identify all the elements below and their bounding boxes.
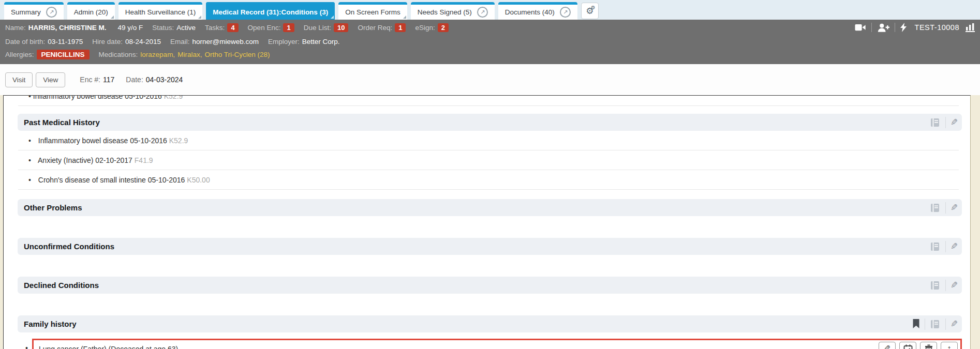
name-label: Name:: [5, 24, 26, 32]
allergy-penicillins-badge[interactable]: PENICILLINS: [37, 50, 90, 59]
reorder-updown-button[interactable]: ↕: [941, 342, 958, 349]
patient-dob: 03-11-1975: [48, 38, 83, 45]
list-item: • Inflammatory bowel disease 05-10-2016 …: [28, 131, 970, 145]
tab-medical-record[interactable]: Medical Record (31):Conditions (3): [206, 2, 335, 20]
icd-code: F41.9: [135, 156, 153, 164]
tab-summary-label: Summary: [11, 8, 41, 16]
section-title: Declined Conditions: [24, 281, 99, 290]
summarize-book-icon[interactable]: [930, 281, 941, 290]
section-declined-conditions: Declined Conditions ✎: [18, 277, 962, 294]
summarize-book-icon[interactable]: [930, 203, 941, 213]
status-label: Status:: [152, 24, 174, 32]
tab-documents-label: Documents (40): [505, 8, 555, 16]
quick-action-bolt-icon[interactable]: [900, 23, 907, 32]
tasks-label: Tasks:: [205, 24, 225, 32]
bullet-icon: •: [28, 95, 31, 100]
bullet-icon: •: [28, 156, 31, 164]
divider: [945, 241, 946, 252]
condition-text: Inflammatory bowel disease 05-10-2016: [33, 95, 162, 100]
delete-trash-button[interactable]: [920, 342, 937, 349]
due-list-count-badge[interactable]: 10: [334, 23, 348, 32]
video-camera-icon[interactable]: [855, 24, 866, 31]
tab-needs-signed-label: Needs Signed (5): [418, 8, 472, 16]
open-enc-count-badge[interactable]: 1: [283, 23, 294, 32]
popout-icon[interactable]: ↗: [46, 7, 57, 18]
tasks-count-badge[interactable]: 4: [227, 23, 238, 32]
summarize-book-icon[interactable]: [930, 242, 941, 251]
popout-icon[interactable]: ↗: [560, 7, 571, 18]
tab-menu-fold-icon: [403, 16, 406, 19]
edit-pencil-icon[interactable]: ✎: [951, 318, 958, 329]
divider: [18, 189, 959, 190]
settings-gear-button[interactable]: ⚙ ⚙: [581, 3, 599, 19]
divider: [925, 318, 925, 330]
add-user-icon[interactable]: [877, 23, 889, 32]
enc-date-value: 04-03-2024: [146, 75, 183, 84]
patient-age-sex: 49 y/o F: [118, 24, 143, 32]
tab-summary[interactable]: Summary ↗: [4, 2, 64, 20]
edit-pencil-icon[interactable]: ✎: [951, 202, 958, 213]
tab-on-screen-forms[interactable]: On Screen Forms: [338, 2, 407, 20]
popout-icon[interactable]: ↗: [477, 7, 488, 18]
order-req-label: Order Req:: [358, 24, 392, 32]
summarize-book-icon[interactable]: [930, 320, 941, 329]
patient-name: HARRIS, CHRISTINE M.: [28, 24, 107, 32]
enc-number-value: 117: [103, 75, 114, 84]
tab-needs-signed[interactable]: Needs Signed (5) ↗: [411, 2, 495, 20]
divider: [895, 23, 895, 32]
dob-label: Date of birth:: [5, 38, 45, 45]
enc-number-label: Enc #:: [80, 75, 100, 84]
condition-text: Anxiety (Inactive) 02-10-2017: [38, 156, 132, 164]
medication-link[interactable]: lorazepam,: [140, 51, 175, 58]
tab-on-screen-forms-label: On Screen Forms: [345, 8, 400, 16]
patient-email: horner@mieweb.com: [192, 38, 259, 45]
esign-count-badge[interactable]: 2: [438, 23, 449, 32]
tab-menu-fold-icon: [198, 16, 201, 19]
employer-label: Employer:: [268, 38, 300, 45]
chart-stats-icon[interactable]: [966, 23, 975, 32]
bullet-icon: •: [25, 344, 28, 349]
patient-employer: Better Corp.: [302, 38, 340, 45]
tab-health-surveillance[interactable]: Health Surveillance (1): [118, 2, 203, 20]
medication-link[interactable]: Ortho Tri-Cyclen (28): [204, 51, 270, 58]
section-past-medical-history: Past Medical History ✎: [18, 114, 962, 131]
tab-bar: Summary ↗ Admin (20) Health Surveillance…: [0, 0, 980, 20]
list-item: • Crohn's disease of small intestine 05-…: [28, 170, 970, 184]
patient-hire-date: 08-24-2015: [125, 38, 161, 45]
calendar-check-button[interactable]: [899, 342, 916, 349]
edit-item-button[interactable]: ✎: [879, 342, 896, 349]
icd-code: K50.00: [187, 176, 210, 184]
edit-pencil-icon[interactable]: ✎: [951, 241, 958, 252]
divider: [945, 318, 946, 330]
section-other-problems: Other Problems ✎: [18, 199, 962, 216]
allergies-label: Allergies:: [5, 51, 34, 58]
summarize-book-icon[interactable]: [930, 118, 941, 127]
open-enc-label: Open Enc:: [248, 24, 281, 32]
patient-header: Name: HARRIS, CHRISTINE M. 49 y/o F Stat…: [0, 20, 980, 64]
tab-admin[interactable]: Admin (20): [67, 2, 115, 20]
bookmark-icon[interactable]: [912, 319, 920, 329]
tab-admin-label: Admin (20): [74, 8, 108, 16]
tab-menu-fold-icon: [331, 16, 334, 19]
due-list-label: Due List:: [304, 24, 331, 32]
tab-health-surveillance-label: Health Surveillance (1): [125, 8, 196, 16]
tab-medical-record-label: Medical Record (31):Conditions (3): [213, 8, 328, 16]
list-item-clipped: • Inflammatory bowel disease 05-10-2016 …: [28, 95, 970, 100]
family-history-text: Lung cancer (Father) (Deceased at age 63…: [39, 345, 178, 349]
family-history-row[interactable]: Lung cancer (Father) (Deceased at age 63…: [32, 339, 962, 349]
tab-documents[interactable]: Documents (40) ↗: [498, 2, 577, 20]
section-title: Other Problems: [24, 203, 82, 212]
encounter-toolbar: Visit View Enc #: 117 Date: 04-03-2024: [0, 64, 980, 95]
edit-pencil-icon[interactable]: ✎: [951, 117, 958, 128]
bullet-icon: •: [28, 176, 31, 184]
condition-text: Crohn's disease of small intestine 05-10…: [38, 176, 185, 184]
divider: [945, 117, 946, 128]
edit-pencil-icon[interactable]: ✎: [951, 280, 958, 291]
email-label: Email:: [170, 38, 190, 45]
divider: [945, 280, 946, 291]
visit-button[interactable]: Visit: [5, 72, 33, 87]
medication-link[interactable]: Miralax,: [177, 51, 202, 58]
section-unconfirmed-conditions: Unconfirmed Conditions ✎: [18, 238, 962, 255]
view-button[interactable]: View: [36, 72, 65, 87]
order-req-count-badge[interactable]: 1: [395, 23, 406, 32]
